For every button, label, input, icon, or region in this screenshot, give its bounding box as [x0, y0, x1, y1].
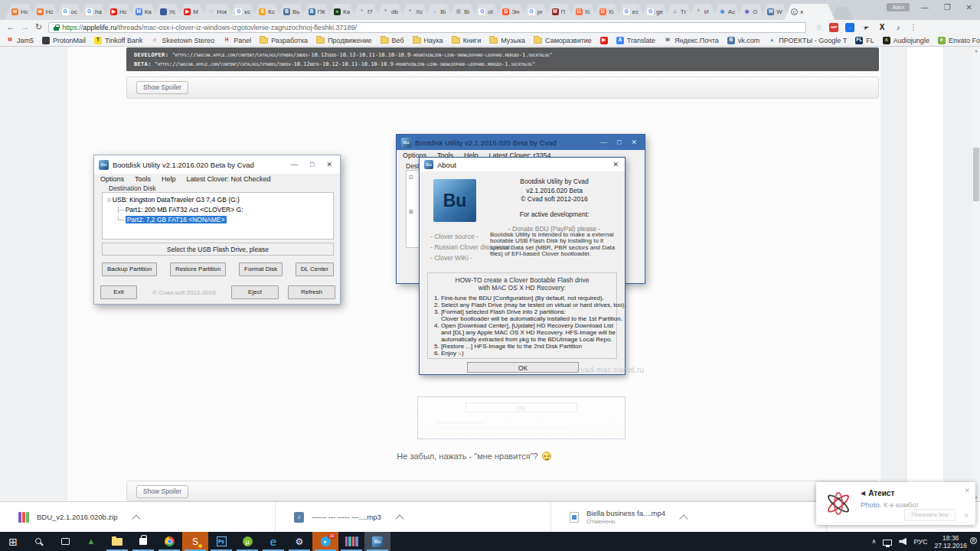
show-all-button[interactable]: Показать все: [904, 509, 956, 521]
browser-tab[interactable]: *Хс: [400, 4, 430, 20]
close-button[interactable]: ✕: [326, 161, 332, 168]
photoshop[interactable]: Ps: [208, 532, 234, 551]
bookmark-item[interactable]: ▶: [600, 37, 608, 44]
action-button-restore-partition[interactable]: Restore Partition: [170, 262, 227, 276]
close-icon[interactable]: ✕: [964, 487, 970, 494]
action-button-dl-center[interactable]: DL Center: [296, 262, 334, 276]
language-indicator[interactable]: РУС: [913, 538, 927, 546]
browser-tab[interactable]: Ggе: [640, 4, 670, 20]
maximize-button[interactable]: □: [310, 161, 314, 168]
minimize-button[interactable]: —: [600, 139, 607, 146]
clock[interactable]: 18:36 27.12.2016: [934, 534, 967, 549]
show-spoiler-button-top[interactable]: Show Spoiler: [136, 81, 188, 94]
browser-tab[interactable]: Ghа: [79, 4, 109, 20]
tray-expand-icon[interactable]: ∧: [872, 538, 877, 545]
utorrent[interactable]: µ: [234, 532, 260, 551]
task-view-button[interactable]: [52, 532, 78, 551]
browser-tab[interactable]: WW: [760, 4, 789, 20]
eject-button[interactable]: Eject: [231, 285, 279, 299]
bookmark-item[interactable]: Разработка: [260, 37, 308, 44]
winrar[interactable]: [338, 532, 364, 551]
scrollbar-thumb[interactable]: [973, 148, 979, 201]
new-tab-button[interactable]: [831, 7, 853, 20]
disk-tree-item[interactable]: ├─Part1: 200 MB FAT32 Act <CLOVER> G:: [106, 205, 330, 215]
address-bar[interactable]: https://applelife.ru/threads/mac-osx-i-c…: [48, 22, 806, 33]
bookmark-item[interactable]: ▲ПРОЕКТЫ - Google Т: [768, 37, 847, 44]
close-icon[interactable]: ✕: [963, 512, 969, 520]
chrome-menu-icon[interactable]: ⋮: [910, 23, 917, 31]
x-extension-icon[interactable]: X: [877, 23, 887, 32]
bookmark-item[interactable]: eEnvato Forums: [938, 37, 980, 44]
app-shortcut[interactable]: ▲: [78, 532, 104, 551]
settings[interactable]: ⚙: [286, 532, 312, 551]
browser-tab[interactable]: UХі: [593, 4, 622, 20]
bookmark-item[interactable]: MJam5: [6, 37, 34, 44]
browser-tab[interactable]: wНс: [5, 4, 35, 20]
telegram[interactable]: ▸19: [312, 532, 338, 551]
close-icon[interactable]: ✕: [612, 161, 620, 168]
close-button[interactable]: ✕: [631, 139, 637, 146]
download-item[interactable]: ♪------ --- ----- ---....mp3: [276, 502, 551, 532]
skype[interactable]: S: [182, 532, 208, 551]
maximize-button[interactable]: □: [617, 139, 621, 146]
menu-help[interactable]: Help: [162, 175, 176, 183]
bookmark-item[interactable]: Bvk.com: [727, 37, 760, 44]
browser-tab[interactable]: ▤Ві: [448, 4, 477, 20]
bookmark-item[interactable]: aAudiojungle: [883, 37, 929, 44]
bookmark-item[interactable]: ✉Яндекс.Почта: [664, 37, 719, 44]
bookmark-item[interactable]: HPanel: [223, 37, 251, 44]
browser-tab[interactable]: Ус: [153, 4, 183, 20]
exit-button[interactable]: Exit: [100, 285, 137, 299]
bookmark-item[interactable]: Саморазвитие: [534, 37, 592, 44]
back-button[interactable]: ←: [6, 23, 15, 31]
about-titlebar[interactable]: Bu About ✕: [420, 158, 625, 171]
browser-tab[interactable]: Gоt: [472, 4, 501, 20]
download-item[interactable]: BDU_v2.1.2016.020b.zip: [0, 502, 276, 532]
menu-tools[interactable]: Tools: [135, 175, 151, 183]
bookmark-item[interactable]: FLFL: [855, 37, 874, 44]
notification-link[interactable]: Photo.: [861, 500, 881, 509]
download-item[interactable]: Biella business fa....mp4Отменено: [551, 502, 827, 532]
restore-button[interactable]: ❐: [944, 3, 951, 11]
browser-tab[interactable]: Gpr: [521, 4, 550, 20]
browser-tab[interactable]: *f7: [351, 4, 381, 20]
menu-options[interactable]: Options: [100, 175, 124, 183]
browser-tab[interactable]: ▶М: [177, 4, 206, 20]
bookmark-item[interactable]: ProtonMail: [42, 37, 86, 44]
pointer-extension-icon[interactable]: ➣: [860, 21, 871, 33]
show-spoiler-button-bottom[interactable]: Show Spoiler: [136, 485, 188, 498]
bookmark-item[interactable]: Продвижение: [316, 37, 371, 44]
forward-button[interactable]: →: [21, 23, 29, 31]
bookmark-item[interactable]: ATranslate: [616, 37, 655, 44]
action-button-format-disk[interactable]: Format Disk: [239, 262, 283, 276]
close-button[interactable]: ✕: [966, 3, 972, 11]
browser-tab[interactable]: ◉О: [737, 4, 766, 20]
download-menu-chevron-icon[interactable]: [132, 514, 140, 523]
speaker-icon[interactable]: [899, 538, 906, 546]
browser-tab[interactable]: MП: [545, 4, 574, 20]
bookmark-item[interactable]: Веб: [381, 37, 404, 44]
disk-tree-item[interactable]: ⊟USB: Kingston DataTraveler G3 7,4 GB (G…: [106, 195, 330, 205]
bdu-right-titlebar[interactable]: Bu Bootdisk Utility v2.1.2016.020 Beta b…: [397, 135, 645, 150]
network-icon[interactable]: [883, 540, 892, 546]
bookmark-item[interactable]: Книги: [452, 37, 482, 44]
download-menu-chevron-icon[interactable]: [395, 514, 403, 523]
page-scrollbar[interactable]: ▲ ▼: [972, 47, 980, 501]
bootdisk-utility[interactable]: Bu: [364, 532, 390, 551]
edge[interactable]: e: [260, 532, 286, 551]
browser-tab[interactable]: BПК: [302, 4, 332, 20]
adblock-icon[interactable]: ABP: [829, 23, 838, 32]
notification-title[interactable]: Атеист: [868, 489, 894, 497]
bookmark-item[interactable]: TTinkoff Bank: [94, 37, 143, 44]
browser-tab[interactable]: *db: [375, 4, 405, 20]
browser-tab[interactable]: DЭн: [495, 4, 526, 20]
extension-blue-icon[interactable]: ↓: [845, 23, 854, 32]
start-button[interactable]: ⊞: [0, 532, 26, 551]
bookmark-item[interactable]: ♬Skeetown Stereo: [152, 37, 215, 44]
bookmark-item[interactable]: Наука: [413, 37, 443, 44]
browser-tab[interactable]: Gес: [616, 4, 645, 20]
minimize-button[interactable]: —: [291, 161, 298, 168]
download-menu-chevron-icon[interactable]: [679, 514, 688, 523]
menu-latest-clover[interactable]: Latest Clover: Not Checked: [187, 175, 271, 183]
browser-tab[interactable]: BВь: [276, 4, 307, 20]
